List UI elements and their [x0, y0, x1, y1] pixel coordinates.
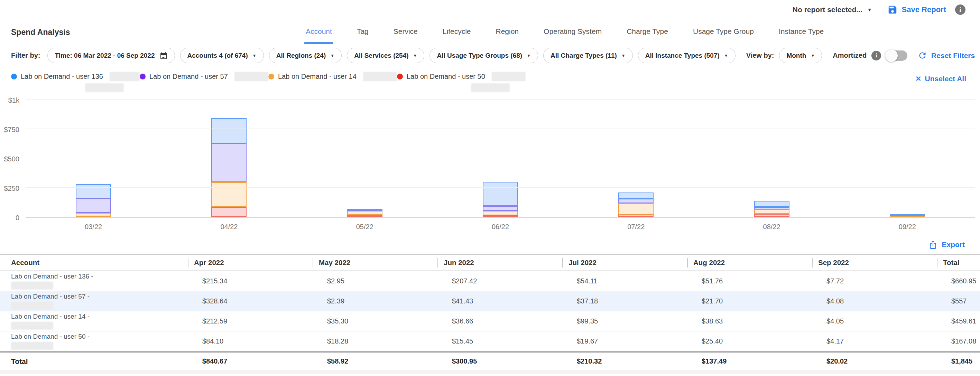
unselect-all-label: Unselect All	[925, 75, 966, 83]
filter-pill-time[interactable]: Time: 06 Mar 2022 - 06 Sep 2022	[48, 48, 175, 63]
value-cell: $4.17	[730, 337, 855, 345]
table-row-lab-on-demand-user-14[interactable]: Lab on Demand - user 14 -$212.59$35.30$3…	[0, 311, 980, 332]
value-cell: $19.67	[480, 337, 606, 345]
legend-label: Lab on Demand - user 136	[21, 73, 103, 81]
tab-region[interactable]: Region	[494, 27, 520, 44]
info-icon[interactable]: i	[872, 51, 881, 60]
column-header-aug-2022: Aug 2022	[606, 258, 730, 268]
bar-segment-lab-on-demand-user-57[interactable]	[754, 207, 789, 209]
header-tick	[562, 258, 563, 268]
bar-segment-lab-on-demand-user-57[interactable]	[618, 199, 654, 203]
redacted-text	[85, 83, 124, 92]
bar-segment-lab-on-demand-user-14[interactable]	[211, 182, 247, 207]
column-header-jul-2022: Jul 2022	[480, 258, 606, 268]
bar-segment-lab-on-demand-user-136[interactable]	[754, 201, 789, 207]
chart-legend: Lab on Demand - user 136Lab on Demand - …	[0, 67, 980, 95]
bar-segment-lab-on-demand-user-57[interactable]	[211, 143, 247, 182]
filter-bar: Filter by: Time: 06 Mar 2022 - 06 Sep 20…	[0, 44, 980, 67]
calendar-icon	[159, 51, 168, 60]
bar-segment-lab-on-demand-user-136[interactable]	[890, 214, 925, 216]
bar-segment-lab-on-demand-user-136[interactable]	[211, 118, 247, 143]
table-row-lab-on-demand-user-57[interactable]: Lab on Demand - user 57 -$328.64$2.39$41…	[0, 291, 980, 311]
tab-operating-system[interactable]: Operating System	[542, 27, 603, 44]
tab-usage-type-group[interactable]: Usage Type Group	[692, 27, 755, 44]
value-cell: $7.72	[730, 277, 855, 285]
chevron-down-icon: ▼	[724, 53, 728, 58]
bar-slot-04-22: 04/22	[161, 100, 297, 217]
save-report-button[interactable]: Save Report	[887, 5, 946, 15]
y-axis-tick-label: $250	[4, 184, 20, 192]
filter-pill-all-usage-type-groups[interactable]: All Usage Type Groups (68)▼	[430, 48, 538, 63]
legend-line: Lab on Demand - user 136	[11, 72, 140, 81]
chevron-down-icon: ▼	[253, 53, 256, 58]
filter-pill-accounts-4[interactable]: Accounts 4 (of 674)▼	[180, 48, 264, 63]
amortized-label: Amortized	[833, 51, 867, 59]
column-header-label: Jun 2022	[444, 259, 474, 267]
value-cell: $37.18	[480, 297, 606, 305]
redacted-text	[11, 342, 53, 350]
redacted-text	[471, 83, 510, 92]
tab-service[interactable]: Service	[392, 27, 419, 44]
gridline	[25, 99, 975, 100]
filter-pill-all-instance-types[interactable]: All Instance Types (507)▼	[638, 48, 735, 63]
bar-segment-lab-on-demand-user-50[interactable]	[211, 207, 247, 217]
tab-tag[interactable]: Tag	[355, 27, 370, 44]
table-header-row: AccountApr 2022May 2022Jun 2022Jul 2022A…	[0, 255, 980, 271]
bar-segment-lab-on-demand-user-50[interactable]	[618, 214, 654, 217]
column-header-label: Sep 2022	[818, 259, 849, 267]
bar-segment-lab-on-demand-user-50[interactable]	[347, 215, 382, 217]
bar-segment-lab-on-demand-user-50[interactable]	[483, 215, 518, 217]
column-header-total: Total	[855, 258, 980, 268]
tab-lifecycle[interactable]: Lifecycle	[441, 27, 473, 44]
legend-item-lab-on-demand-user-14[interactable]: Lab on Demand - user 14	[268, 72, 397, 95]
total-value-cell: $20.02	[730, 357, 855, 365]
legend-line: Lab on Demand - user 14	[268, 72, 397, 81]
total-label-cell: Total	[0, 353, 106, 370]
bar-segment-lab-on-demand-user-136[interactable]	[483, 182, 518, 206]
bar-segment-lab-on-demand-user-14[interactable]	[76, 213, 111, 217]
view-by-dropdown[interactable]: Month ▼	[779, 48, 822, 63]
column-header-account: Account	[0, 259, 106, 267]
bar-segment-lab-on-demand-user-57[interactable]	[76, 198, 111, 213]
value-cell: $41.43	[356, 297, 480, 305]
bar-segment-lab-on-demand-user-14[interactable]	[347, 211, 382, 215]
account-cell: Lab on Demand - user 14 -	[0, 311, 106, 331]
value-cell: $207.42	[356, 277, 480, 285]
filter-pill-all-charge-types[interactable]: All Charge Types (11)▼	[543, 48, 633, 63]
filter-pill-all-regions[interactable]: All Regions (24)▼	[269, 48, 342, 63]
report-selector-dropdown[interactable]: No report selected... ▼	[792, 6, 872, 14]
legend-item-lab-on-demand-user-57[interactable]: Lab on Demand - user 57	[140, 72, 268, 95]
bar-segment-lab-on-demand-user-136[interactable]	[618, 192, 654, 199]
bar-segment-lab-on-demand-user-14[interactable]	[754, 209, 789, 214]
info-icon[interactable]: i	[955, 5, 966, 15]
legend-dot-icon	[140, 74, 146, 79]
table-row-lab-on-demand-user-136[interactable]: Lab on Demand - user 136 -$215.34$2.95$2…	[0, 271, 980, 291]
tab-account[interactable]: Account	[304, 27, 333, 44]
filter-pill-label: All Services (254)	[354, 52, 408, 59]
redacted-text	[492, 72, 526, 81]
legend-item-lab-on-demand-user-50[interactable]: Lab on Demand - user 50	[397, 72, 526, 95]
bar-segment-lab-on-demand-user-14[interactable]	[483, 211, 518, 215]
chevron-down-icon: ▼	[811, 53, 815, 58]
export-button[interactable]: Export	[929, 240, 965, 249]
legend-dot-icon	[397, 74, 403, 79]
bar-segment-lab-on-demand-user-57[interactable]	[483, 206, 518, 211]
column-header-sep-2022: Sep 2022	[730, 258, 855, 268]
bar-segment-lab-on-demand-user-136[interactable]	[76, 184, 111, 198]
table-row-lab-on-demand-user-50[interactable]: Lab on Demand - user 50 -$84.10$18.28$15…	[0, 332, 980, 351]
filter-pill-all-services[interactable]: All Services (254)▼	[347, 48, 424, 63]
bar-segment-lab-on-demand-user-50[interactable]	[754, 214, 789, 217]
value-cell: $84.10	[106, 337, 231, 345]
value-cell: $2.95	[231, 277, 356, 285]
bar-segment-lab-on-demand-user-136[interactable]	[347, 209, 382, 211]
tab-instance-type[interactable]: Instance Type	[777, 27, 825, 44]
redacted-text	[110, 72, 140, 81]
tab-charge-type[interactable]: Charge Type	[625, 27, 670, 44]
legend-item-lab-on-demand-user-136[interactable]: Lab on Demand - user 136	[11, 72, 140, 95]
filter-pills: Time: 06 Mar 2022 - 06 Sep 2022Accounts …	[48, 48, 735, 63]
bar-segment-lab-on-demand-user-14[interactable]	[618, 203, 654, 215]
unselect-all-button[interactable]: ✕ Unselect All	[915, 75, 966, 83]
reset-filters-button[interactable]: Reset Filters	[918, 51, 975, 60]
legend-line: Lab on Demand - user 57	[140, 72, 268, 81]
amortized-toggle[interactable]	[886, 51, 907, 61]
